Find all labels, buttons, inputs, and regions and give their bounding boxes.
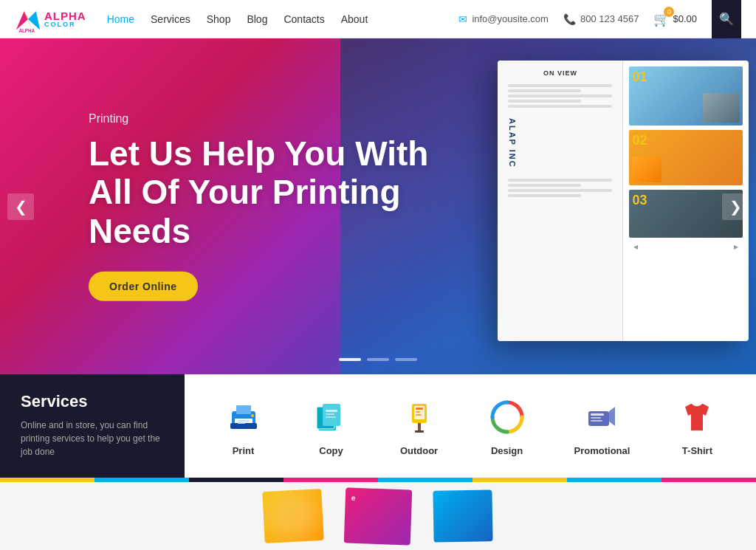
color-segment-3 [189,478,284,482]
hero-content: Printing Let Us Help You With All Of You… [89,111,472,301]
hero-section: ON VIEW ALAP INC [0,38,756,374]
service-promotional[interactable]: Promotional [574,396,630,456]
email-text: info@yousite.com [472,13,549,24]
nav-services[interactable]: Services [151,13,190,25]
hero-dots [339,358,417,361]
mag-text-2 [504,176,616,200]
cart-icon-wrap: 🛒 0 [653,11,670,27]
services-section: Services Online and in store, you can fi… [0,374,756,478]
hero-dot-3[interactable] [395,358,417,361]
nav-links: Home Services Shop Blog Contacts About [107,13,368,26]
color-segment-2 [94,478,189,482]
cart-amount: $0.00 [673,13,697,24]
svg-marker-2 [28,11,40,30]
color-segment-1 [0,478,94,482]
svg-rect-20 [415,430,424,433]
svg-rect-14 [326,410,337,412]
outdoor-label: Outdoor [400,445,438,456]
navbar-right: ✉ info@yousite.com 📞 800 123 4567 🛒 0 $0… [458,0,741,38]
svg-marker-27 [609,407,615,426]
hero-dot-1[interactable] [339,358,361,361]
svg-rect-21 [416,408,423,410]
svg-rect-30 [591,420,602,422]
navbar: ALPHA ALPHA COLOR Home Services Shop Blo… [0,0,756,38]
navbar-left: ALPHA ALPHA COLOR Home Services Shop Blo… [15,6,368,32]
color-segment-6 [472,478,567,482]
services-heading: Services [21,392,164,411]
service-print[interactable]: Print [223,396,264,456]
magazine-mockup: ON VIEW ALAP INC [498,61,749,341]
mag-line-9 [508,194,581,197]
mag-text [504,81,616,111]
service-tshirt[interactable]: T-Shirt [676,396,718,456]
mag-line-7 [508,184,581,187]
logo[interactable]: ALPHA ALPHA COLOR [15,6,86,32]
svg-rect-22 [416,411,420,413]
mag-line-8 [508,189,612,192]
promotional-label: Promotional [574,445,630,456]
nav-about[interactable]: About [341,13,368,25]
mag-line-6 [508,179,612,182]
search-icon: 🔍 [719,12,734,26]
order-online-button[interactable]: Order Online [89,272,198,301]
email-icon: ✉ [458,13,467,25]
svg-rect-23 [416,414,422,416]
service-copy[interactable]: Copy [311,396,352,456]
mag-num-1: 01 [632,69,647,85]
mag-line-5 [508,105,612,108]
mag-line-4 [508,100,581,103]
svg-point-25 [501,411,513,423]
hero-subtitle: Printing [89,111,472,125]
copy-label: Copy [319,445,343,456]
mag-header: ON VIEW [504,69,616,77]
nav-contacts[interactable]: Contacts [284,13,324,25]
svg-rect-28 [591,413,604,416]
bottom-teaser-inner: e [264,489,492,544]
service-outdoor[interactable]: Outdoor [399,396,440,456]
teaser-image-2: e [344,487,413,545]
print-icon [223,396,264,438]
search-button[interactable]: 🔍 [712,0,741,38]
svg-rect-9 [238,420,250,422]
mag-image-1: 01 [629,66,743,126]
nav-shop[interactable]: Shop [207,13,231,25]
print-label: Print [233,445,255,456]
svg-rect-10 [238,422,245,424]
nav-blog[interactable]: Blog [247,13,267,25]
services-left-panel: Services Online and in store, you can fi… [0,374,185,478]
svg-rect-7 [230,423,257,429]
svg-marker-0 [16,11,28,30]
svg-rect-29 [591,417,601,419]
hero-next-button[interactable]: ❯ [722,193,749,220]
svg-rect-16 [326,416,336,418]
logo-text: ALPHA [44,10,86,21]
mag-line-2 [508,89,581,92]
logo-sub: COLOR [44,21,86,28]
service-design[interactable]: Design [487,396,528,456]
color-segment-7 [567,478,662,482]
arrow-left-icon: ❮ [15,198,27,216]
color-segment-4 [284,478,378,482]
svg-rect-5 [236,405,251,414]
color-bar [0,478,756,482]
svg-text:ALPHA: ALPHA [18,28,35,32]
services-right-panel: Print Copy [185,374,756,478]
mag-vertical-text: ALAP INC [504,115,616,171]
hero-prev-button[interactable]: ❮ [7,193,34,220]
color-segment-8 [662,478,756,482]
teaser-image-1 [262,489,324,543]
mag-line-3 [508,94,612,97]
phone-text: 800 123 4567 [580,13,639,24]
nav-home[interactable]: Home [107,13,134,25]
promotional-icon [581,396,622,438]
mag-image-2: 02 [629,130,743,185]
arrow-right-icon: ❯ [729,198,742,216]
hero-title: Let Us Help You With All Of Your Printin… [89,134,472,251]
cart-area[interactable]: 🛒 0 $0.00 [653,11,697,27]
bottom-teaser: e [0,482,756,550]
services-description: Online and in store, you can find printi… [21,419,164,458]
design-icon [487,396,528,438]
phone-icon: 📞 [563,13,576,25]
hero-dot-2[interactable] [367,358,389,361]
mag-line-1 [508,84,612,87]
